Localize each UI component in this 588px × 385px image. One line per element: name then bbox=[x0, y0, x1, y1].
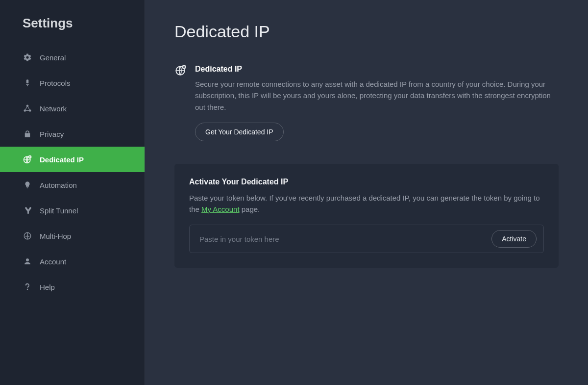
sidebar: Settings General Protocols Network Priva… bbox=[0, 0, 145, 385]
svg-rect-0 bbox=[26, 79, 29, 83]
main-content: Dedicated IP Dedicated IP Secure your re… bbox=[145, 0, 588, 385]
token-input[interactable] bbox=[199, 235, 491, 243]
section-description: Secure your remote connections to any as… bbox=[195, 78, 559, 113]
dedicated-ip-section: Dedicated IP Secure your remote connecti… bbox=[174, 65, 559, 141]
get-dedicated-ip-button[interactable]: Get Your Dedicated IP bbox=[195, 123, 284, 141]
sidebar-item-label: Privacy bbox=[40, 130, 64, 138]
split-icon bbox=[23, 205, 32, 215]
sidebar-item-dedicated-ip[interactable]: Dedicated IP bbox=[0, 147, 145, 172]
sidebar-item-protocols[interactable]: Protocols bbox=[0, 70, 145, 96]
multihop-icon bbox=[23, 231, 32, 241]
activate-button[interactable]: Activate bbox=[491, 230, 537, 248]
svg-point-10 bbox=[26, 258, 29, 261]
sidebar-item-label: Split Tunnel bbox=[40, 206, 78, 215]
svg-rect-2 bbox=[27, 85, 28, 86]
activate-card: Activate Your Dedicated IP Paste your to… bbox=[174, 164, 559, 268]
sidebar-item-label: Dedicated IP bbox=[40, 155, 84, 164]
sidebar-item-multi-hop[interactable]: Multi-Hop bbox=[0, 223, 145, 249]
sidebar-item-help[interactable]: Help bbox=[0, 274, 145, 300]
question-icon bbox=[23, 282, 32, 292]
activate-desc-suffix: page. bbox=[240, 205, 260, 213]
protocols-icon bbox=[23, 78, 32, 88]
sidebar-nav: General Protocols Network Privacy Dedica bbox=[0, 45, 145, 300]
section-title: Dedicated IP bbox=[195, 65, 559, 74]
globe-pin-icon bbox=[23, 154, 32, 164]
activate-title: Activate Your Dedicated IP bbox=[189, 178, 544, 186]
sidebar-item-split-tunnel[interactable]: Split Tunnel bbox=[0, 198, 145, 223]
token-input-row: Activate bbox=[189, 225, 544, 253]
lightbulb-icon bbox=[23, 180, 32, 190]
lock-icon bbox=[23, 129, 32, 139]
network-icon bbox=[23, 103, 32, 113]
sidebar-item-label: General bbox=[40, 53, 66, 62]
svg-rect-1 bbox=[26, 84, 29, 85]
sidebar-item-label: Network bbox=[40, 104, 67, 113]
page-title: Dedicated IP bbox=[174, 22, 559, 41]
sidebar-item-label: Automation bbox=[40, 181, 77, 189]
activate-description: Paste your token below. If you've recent… bbox=[189, 192, 544, 215]
sidebar-item-automation[interactable]: Automation bbox=[0, 172, 145, 198]
sidebar-item-label: Multi-Hop bbox=[40, 232, 71, 240]
sidebar-item-general[interactable]: General bbox=[0, 45, 145, 70]
svg-point-5 bbox=[29, 109, 31, 112]
sidebar-title: Settings bbox=[0, 0, 145, 45]
my-account-link[interactable]: My Account bbox=[201, 205, 240, 213]
svg-point-13 bbox=[183, 66, 185, 68]
globe-pin-icon bbox=[174, 64, 187, 77]
sidebar-item-privacy[interactable]: Privacy bbox=[0, 121, 145, 147]
svg-point-3 bbox=[26, 105, 29, 107]
sidebar-item-label: Protocols bbox=[40, 79, 71, 87]
sidebar-item-network[interactable]: Network bbox=[0, 96, 145, 121]
sidebar-item-account[interactable]: Account bbox=[0, 249, 145, 274]
gear-icon bbox=[23, 52, 32, 62]
person-icon bbox=[23, 257, 32, 266]
sidebar-item-label: Help bbox=[40, 283, 55, 291]
svg-point-8 bbox=[29, 156, 31, 158]
svg-point-4 bbox=[24, 109, 26, 112]
sidebar-item-label: Account bbox=[40, 257, 66, 266]
